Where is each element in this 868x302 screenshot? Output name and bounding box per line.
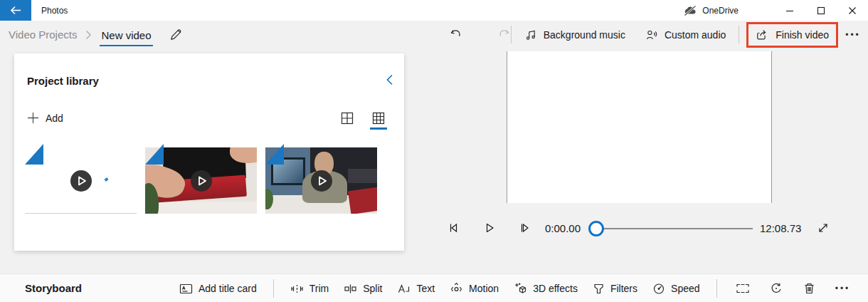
- text-icon: [397, 283, 411, 295]
- grid-small-icon: [372, 112, 385, 125]
- elapsed-time: 0:00.00: [545, 222, 581, 234]
- split-label: Split: [363, 283, 382, 294]
- breadcrumb-video-projects[interactable]: Video Projects: [9, 28, 77, 41]
- back-button[interactable]: [0, 0, 31, 21]
- minimize-button[interactable]: [774, 0, 805, 21]
- maximize-button[interactable]: [805, 0, 837, 21]
- add-title-card-label: Add title card: [199, 283, 257, 294]
- small-grid-view-button[interactable]: [370, 110, 387, 130]
- finish-video-button[interactable]: Finish video: [748, 24, 836, 46]
- divider: [511, 26, 512, 43]
- next-frame-icon: [518, 222, 531, 234]
- storyboard-title: Storyboard: [25, 282, 82, 294]
- collapse-panel-button[interactable]: [385, 73, 394, 86]
- finish-video-label: Finish video: [776, 29, 829, 41]
- divider: [739, 26, 739, 43]
- play-overlay-icon[interactable]: [311, 170, 332, 192]
- seek-slider[interactable]: [588, 220, 762, 237]
- 3d-effects-label: 3D effects: [533, 283, 578, 294]
- more-options-button[interactable]: •••: [838, 21, 868, 48]
- clip-thumbnail-3[interactable]: [265, 147, 377, 214]
- duration-time: 12:08.73: [760, 222, 801, 234]
- rotate-icon: [770, 282, 783, 295]
- clip-thumbnail-2[interactable]: [145, 147, 257, 214]
- pencil-icon: [169, 28, 183, 41]
- person-audio-icon: [645, 28, 658, 41]
- next-frame-button[interactable]: [512, 216, 536, 240]
- trash-icon: [803, 282, 815, 295]
- plus-icon: [27, 112, 39, 124]
- motion-label: Motion: [469, 283, 499, 294]
- text-button[interactable]: Text: [397, 283, 435, 295]
- minimize-icon: [785, 6, 794, 15]
- view-toggles: [339, 110, 387, 130]
- 3d-effects-button[interactable]: 3D effects: [514, 282, 578, 295]
- split-icon: [344, 283, 357, 295]
- project-library-title: Project library: [27, 75, 99, 87]
- onedrive-cloud-offline-icon: [683, 5, 697, 16]
- undo-button[interactable]: [443, 21, 468, 48]
- app-title: Photos: [41, 6, 68, 16]
- play-overlay-icon[interactable]: [70, 170, 92, 192]
- add-label: Add: [46, 113, 63, 124]
- storyboard-bar: Storyboard Add title card Trim Split: [0, 274, 868, 302]
- previous-frame-button[interactable]: [442, 216, 466, 240]
- photos-video-editor-window: Photos OneDrive Video Projects New video: [0, 0, 868, 302]
- export-share-icon: [756, 28, 769, 41]
- rotate-button[interactable]: [767, 278, 785, 299]
- filters-button[interactable]: Filters: [593, 283, 637, 295]
- large-grid-view-button[interactable]: [339, 110, 356, 130]
- motion-button[interactable]: Motion: [450, 282, 499, 295]
- rename-project-button[interactable]: [169, 28, 183, 41]
- title-bar: Photos OneDrive: [0, 0, 868, 21]
- seek-track[interactable]: [596, 228, 753, 229]
- play-button[interactable]: [477, 216, 502, 240]
- background-music-label: Background music: [544, 29, 625, 41]
- close-button[interactable]: [837, 0, 868, 21]
- speed-button[interactable]: Speed: [652, 282, 699, 295]
- divider: [273, 279, 274, 298]
- previous-frame-icon: [448, 222, 460, 234]
- speed-icon: [652, 282, 665, 295]
- background-music-button[interactable]: Background music: [514, 21, 635, 48]
- maximize-icon: [817, 6, 825, 15]
- breadcrumb: Video Projects New video: [9, 21, 183, 48]
- ellipsis-icon: •••: [845, 30, 861, 40]
- command-bar-right: Background music Custom audio Finish vid…: [508, 21, 868, 48]
- title-card-icon: [179, 283, 193, 295]
- project-library-panel: Project library Add: [14, 53, 404, 251]
- chevron-right-icon: [85, 30, 92, 40]
- filters-label: Filters: [610, 283, 637, 294]
- trim-button[interactable]: Trim: [290, 283, 329, 295]
- fullscreen-diagonal-icon: [817, 222, 830, 234]
- breadcrumb-current-project[interactable]: New video: [100, 24, 152, 46]
- play-overlay-icon[interactable]: [191, 170, 212, 192]
- filters-icon: [593, 283, 605, 295]
- add-title-card-button[interactable]: Add title card: [179, 283, 257, 295]
- clip-thumbnails: [25, 147, 377, 214]
- grid-large-icon: [341, 112, 354, 125]
- chevron-left-icon: [385, 73, 394, 86]
- undo-icon: [449, 28, 462, 41]
- close-icon: [848, 6, 857, 15]
- blue-mark: [104, 177, 108, 182]
- back-arrow-icon: [10, 5, 22, 16]
- command-bar: Video Projects New video: [0, 21, 868, 48]
- storyboard-tools: Add title card Trim Split Text: [179, 274, 852, 302]
- delete-button[interactable]: [800, 278, 819, 299]
- trim-label: Trim: [309, 283, 329, 294]
- resize-frame-button[interactable]: [734, 278, 752, 299]
- text-label: Text: [416, 283, 435, 294]
- onedrive-label: OneDrive: [702, 6, 739, 16]
- custom-audio-button[interactable]: Custom audio: [635, 21, 736, 48]
- onedrive-status[interactable]: OneDrive: [683, 5, 739, 16]
- seek-thumb[interactable]: [588, 221, 604, 236]
- storyboard-more-button[interactable]: •••: [834, 278, 852, 299]
- fullscreen-button[interactable]: [811, 216, 835, 240]
- play-icon: [483, 222, 496, 234]
- split-button[interactable]: Split: [344, 283, 382, 295]
- add-media-button[interactable]: Add: [27, 112, 63, 124]
- custom-audio-label: Custom audio: [665, 29, 726, 41]
- clip-thumbnail-1[interactable]: [25, 147, 137, 214]
- annotation-highlight-box: Finish video: [746, 22, 838, 48]
